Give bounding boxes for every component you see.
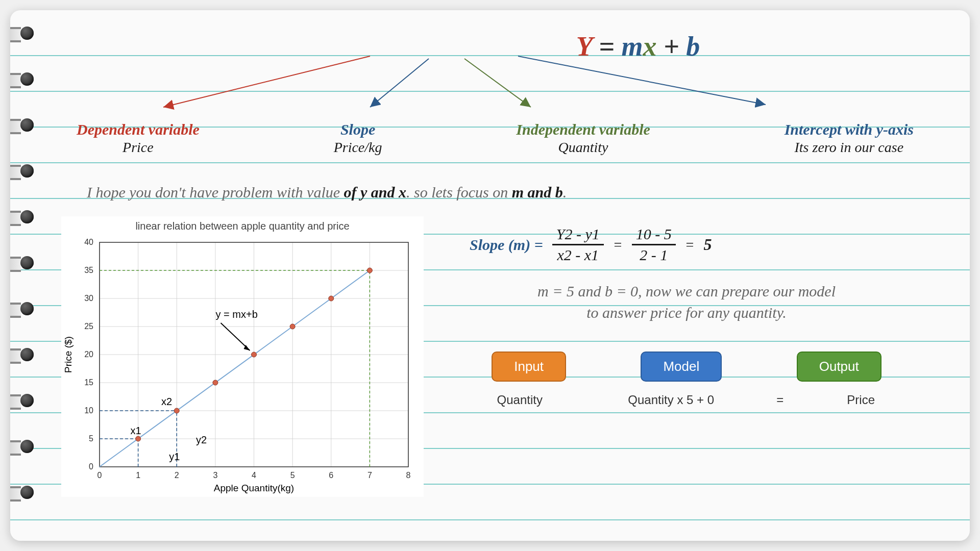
svg-text:8: 8 bbox=[406, 471, 411, 480]
line-chart: 0123456780510152025303540y = mx+bx1x2y1y… bbox=[61, 232, 424, 497]
output-sublabel: Price bbox=[823, 393, 899, 407]
svg-point-47 bbox=[136, 436, 141, 441]
svg-text:2: 2 bbox=[175, 471, 179, 480]
svg-text:0: 0 bbox=[89, 462, 93, 471]
equation-b: b bbox=[686, 31, 700, 62]
svg-text:7: 7 bbox=[368, 471, 372, 480]
slope-calculation: Slope (m) = Y2 - y1 x2 - x1 = 10 - 5 2 -… bbox=[470, 227, 929, 263]
svg-point-52 bbox=[329, 296, 334, 301]
svg-line-3 bbox=[518, 56, 766, 105]
svg-text:20: 20 bbox=[84, 350, 93, 359]
svg-text:y1: y1 bbox=[169, 451, 180, 462]
input-box: Input bbox=[492, 352, 566, 382]
label-slope: Slope Price/kg bbox=[334, 121, 382, 156]
svg-text:25: 25 bbox=[84, 322, 93, 331]
equation-labels: Dependent variable Price Slope Price/kg … bbox=[61, 121, 929, 156]
svg-line-1 bbox=[370, 59, 429, 107]
notebook-page: Y = mx + b Dependent variable Price Slop bbox=[10, 10, 970, 541]
svg-text:30: 30 bbox=[84, 294, 93, 303]
svg-line-0 bbox=[163, 56, 370, 107]
chart-title: linear relation between apple quantity a… bbox=[61, 216, 424, 232]
svg-text:10: 10 bbox=[84, 406, 93, 415]
svg-point-50 bbox=[252, 352, 257, 357]
svg-text:5: 5 bbox=[290, 471, 295, 480]
svg-text:y = mx+b: y = mx+b bbox=[216, 309, 258, 320]
model-box: Model bbox=[641, 352, 722, 382]
svg-text:40: 40 bbox=[84, 238, 93, 246]
svg-text:y2: y2 bbox=[196, 434, 207, 445]
label-independent: Independent variable Quantity bbox=[516, 121, 650, 156]
model-sublabel: Quantity x 5 + 0 bbox=[605, 393, 738, 407]
fraction-numeric: 10 - 5 2 - 1 bbox=[632, 227, 676, 263]
svg-text:6: 6 bbox=[329, 471, 333, 480]
svg-text:4: 4 bbox=[252, 471, 256, 480]
label-dependent: Dependent variable Price bbox=[77, 121, 200, 156]
equation-y: Y bbox=[576, 31, 592, 62]
output-box: Output bbox=[797, 352, 881, 382]
label-intercept: Intercept with y-axis Its zero in our ca… bbox=[785, 121, 914, 156]
svg-point-49 bbox=[213, 380, 218, 385]
model-flow-boxes: Input Model Output bbox=[444, 352, 929, 382]
svg-text:3: 3 bbox=[213, 471, 217, 480]
svg-text:Price ($): Price ($) bbox=[63, 336, 74, 373]
equation-m: m bbox=[621, 31, 643, 62]
svg-text:35: 35 bbox=[84, 266, 93, 274]
svg-text:Apple Quantity(kg): Apple Quantity(kg) bbox=[214, 483, 294, 493]
chart-container: linear relation between apple quantity a… bbox=[61, 216, 424, 497]
svg-text:0: 0 bbox=[97, 471, 102, 480]
spiral-binding bbox=[10, 26, 42, 525]
equation-x: x bbox=[643, 31, 657, 62]
equals-label: = bbox=[776, 393, 783, 407]
svg-text:x1: x1 bbox=[131, 425, 141, 436]
model-description: m = 5 and b = 0, now we can prepare our … bbox=[444, 281, 929, 323]
explanation-text: I hope you don't have problem with value… bbox=[87, 184, 929, 201]
input-sublabel: Quantity bbox=[474, 393, 566, 407]
equation-plus: + bbox=[664, 31, 679, 62]
svg-point-51 bbox=[290, 324, 295, 329]
equation-equals: = bbox=[599, 31, 615, 62]
model-flow-labels: Quantity Quantity x 5 + 0 = Price bbox=[444, 393, 929, 407]
svg-text:x2: x2 bbox=[161, 396, 172, 407]
svg-point-53 bbox=[367, 268, 372, 273]
svg-text:1: 1 bbox=[136, 471, 140, 480]
main-equation: Y = mx + b bbox=[61, 31, 929, 62]
svg-text:15: 15 bbox=[84, 378, 93, 387]
fraction-symbolic: Y2 - y1 x2 - x1 bbox=[552, 227, 604, 263]
svg-point-48 bbox=[174, 408, 179, 413]
svg-line-2 bbox=[464, 59, 531, 107]
svg-text:5: 5 bbox=[89, 434, 93, 443]
